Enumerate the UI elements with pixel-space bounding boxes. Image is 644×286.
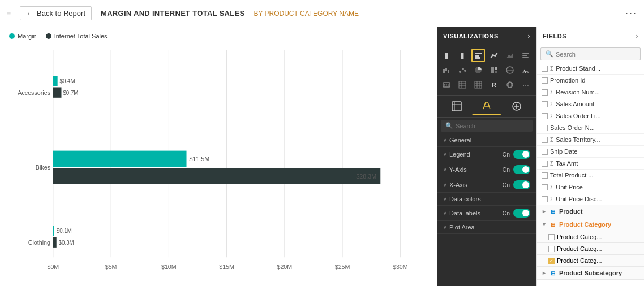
back-to-report-button[interactable]: ← Back to Report — [20, 6, 92, 20]
viz-search-box[interactable]: 🔍 — [441, 120, 533, 132]
viz-icon-globe[interactable] — [503, 78, 517, 92]
svg-text:$0.4M: $0.4M — [60, 78, 75, 84]
field-checkbox-checked[interactable]: ✓ — [548, 258, 555, 264]
field-checkbox[interactable] — [542, 77, 548, 84]
section-yaxis-label: Y-Axis — [449, 166, 467, 173]
viz-icon-bar[interactable]: ▮ — [440, 49, 453, 62]
viz-search-input[interactable] — [456, 123, 528, 129]
field-item-sales-amount[interactable]: Σ Sales Amount — [537, 98, 644, 110]
field-item-unit-price[interactable]: Σ Unit Price — [537, 181, 644, 193]
field-checkbox[interactable] — [542, 66, 548, 72]
field-item-sales-order-n[interactable]: Sales Order N... — [537, 122, 644, 134]
field-group-product-category[interactable]: ▼ ⊞ Product Category — [537, 218, 644, 231]
field-checkbox[interactable] — [542, 125, 548, 131]
field-subitem-categ-1[interactable]: Product Categ... — [537, 231, 644, 243]
section-datacolors-label: Data colors — [449, 196, 481, 202]
viz-section-general[interactable]: ∨General — [437, 134, 536, 147]
field-checkbox[interactable] — [542, 149, 548, 155]
field-checkbox[interactable] — [542, 196, 548, 202]
viz-icon-ribbon[interactable] — [519, 49, 533, 62]
hamburger-icon[interactable]: ≡ — [7, 10, 11, 18]
field-item-product-stand[interactable]: Σ Product Stand... — [537, 63, 644, 75]
legend-margin-dot — [9, 33, 15, 39]
viz-icon-column[interactable]: ▮ — [456, 49, 469, 62]
analytics-action-btn[interactable] — [503, 98, 531, 115]
viz-section-plotarea[interactable]: ∨Plot Area — [437, 221, 536, 234]
viz-section-yaxis[interactable]: ∨Y-Axis On — [437, 162, 536, 177]
datalabels-on-label: On — [503, 210, 510, 216]
field-checkbox[interactable] — [542, 113, 548, 119]
svg-rect-62 — [452, 102, 461, 111]
viz-icon-card[interactable]: 123 — [440, 78, 453, 92]
viz-section-datalabels[interactable]: ∨Data labels On — [437, 206, 536, 221]
field-item-unit-price-disc[interactable]: Σ Unit Price Disc... — [537, 193, 644, 205]
yaxis-toggle[interactable] — [513, 165, 530, 174]
viz-icon-treemap[interactable] — [487, 63, 501, 77]
viz-icon-clustered-bar[interactable] — [471, 49, 485, 62]
svg-text:$0.3M: $0.3M — [59, 240, 74, 246]
field-subitem-categ-2[interactable]: Product Categ... — [537, 243, 644, 255]
legend-toggle[interactable] — [513, 150, 530, 159]
svg-text:$15M: $15M — [219, 263, 234, 270]
viz-icon-table[interactable] — [456, 78, 469, 92]
report-subtitle: BY PRODUCT CATEGORY NAME — [254, 10, 359, 18]
fields-title: FIELDS — [543, 33, 566, 40]
field-checkbox[interactable] — [542, 137, 548, 143]
fields-action-btn[interactable] — [442, 98, 471, 115]
field-item-ship-date[interactable]: Ship Date — [537, 146, 644, 158]
report-title: MARGIN AND INTERNET TOTAL SALES — [101, 9, 244, 18]
viz-icon-r[interactable]: R — [487, 78, 501, 92]
field-checkbox[interactable] — [542, 101, 548, 107]
main-content: Margin Internet Total Sales $0M $5M $10 — [0, 27, 644, 286]
datalabels-toggle[interactable] — [513, 209, 530, 218]
field-item-sales-territory[interactable]: Σ Sales Territory... — [537, 134, 644, 146]
viz-section-legend[interactable]: ∨Legend On — [437, 147, 536, 162]
field-group-product[interactable]: ► ⊞ Product — [537, 205, 644, 218]
svg-text:$30M: $30M — [393, 263, 408, 270]
more-options-icon[interactable]: ··· — [625, 7, 637, 19]
svg-point-41 — [464, 70, 466, 72]
viz-icon-area[interactable] — [503, 49, 517, 62]
field-name: Ship Date — [550, 148, 639, 155]
format-action-btn[interactable] — [472, 98, 501, 115]
fields-search-input[interactable] — [556, 51, 636, 58]
viz-icon-matrix[interactable] — [471, 78, 485, 92]
field-name: Product Categ... — [557, 245, 639, 252]
field-name: Unit Price — [556, 184, 639, 190]
fields-search-box[interactable]: 🔍 — [540, 47, 641, 60]
field-group-product-subcategory[interactable]: ► ⊞ Product Subcategory — [537, 267, 644, 280]
viz-section-datacolors[interactable]: ∨Data colors — [437, 193, 536, 206]
svg-rect-51 — [459, 81, 466, 88]
field-checkbox[interactable] — [542, 172, 548, 179]
viz-icon-gauge[interactable] — [519, 63, 533, 77]
field-checkbox[interactable] — [542, 89, 548, 96]
field-checkbox[interactable] — [542, 184, 548, 190]
viz-icon-more[interactable]: ··· — [519, 78, 533, 92]
viz-icon-map[interactable] — [503, 63, 517, 77]
fields-list: Σ Product Stand... Promotion Id Σ Revisi… — [537, 63, 644, 286]
section-xaxis-label: X-Axis — [449, 181, 467, 188]
fields-chevron-right[interactable]: › — [636, 32, 639, 40]
visualizations-header: VISUALIZATIONS › — [437, 27, 536, 45]
field-checkbox[interactable] — [548, 246, 555, 252]
legend-sales: Internet Total Sales — [46, 33, 108, 40]
viz-section-list: ∨General ∨Legend On ∨Y-Axis On ∨X-Axis — [437, 134, 536, 234]
svg-rect-30 — [475, 55, 479, 57]
field-subitem-categ-3[interactable]: ✓ Product Categ... — [537, 255, 644, 267]
viz-icon-pie[interactable] — [471, 63, 485, 77]
viz-icon-waterfall[interactable] — [440, 63, 453, 77]
chevron-down-icon: ∨ — [443, 224, 447, 230]
field-item-promotion-id[interactable]: Promotion Id — [537, 75, 644, 86]
viz-icon-scatter[interactable] — [456, 63, 469, 77]
visualizations-chevron-right[interactable]: › — [528, 32, 531, 40]
viz-icon-line[interactable] — [487, 49, 501, 62]
viz-section-xaxis[interactable]: ∨X-Axis On — [437, 177, 536, 193]
field-item-revision[interactable]: Σ Revision Num... — [537, 86, 644, 98]
xaxis-toggle[interactable] — [513, 180, 530, 189]
field-checkbox[interactable] — [548, 234, 555, 240]
field-item-tax-amt[interactable]: Σ Tax Amt — [537, 158, 644, 170]
field-item-total-product[interactable]: Total Product ... — [537, 170, 644, 181]
field-checkbox[interactable] — [542, 161, 548, 167]
field-item-sales-order-li[interactable]: Σ Sales Order Li... — [537, 110, 644, 122]
svg-rect-34 — [522, 55, 527, 56]
